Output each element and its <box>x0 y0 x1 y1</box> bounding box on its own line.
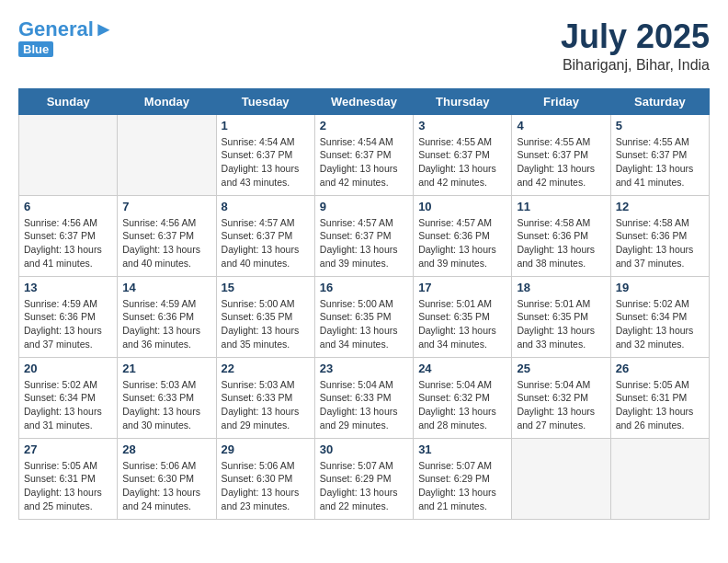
day-cell: 28Sunrise: 5:06 AMSunset: 6:30 PMDayligh… <box>118 438 216 519</box>
col-header-friday: Friday <box>512 88 610 114</box>
day-cell: 27Sunrise: 5:05 AMSunset: 6:31 PMDayligh… <box>19 438 118 519</box>
day-number: 24 <box>418 362 506 375</box>
day-info: Sunrise: 5:04 AMSunset: 6:32 PMDaylight:… <box>517 378 605 432</box>
day-number: 30 <box>320 442 408 456</box>
day-info: Sunrise: 4:57 AMSunset: 6:37 PMDaylight:… <box>320 216 408 270</box>
day-cell: 9Sunrise: 4:57 AMSunset: 6:37 PMDaylight… <box>314 195 413 276</box>
day-number: 29 <box>222 442 310 456</box>
day-cell: 25Sunrise: 5:04 AMSunset: 6:32 PMDayligh… <box>512 357 610 438</box>
calendar-table: SundayMondayTuesdayWednesdayThursdayFrid… <box>18 88 710 520</box>
col-header-wednesday: Wednesday <box>314 88 413 114</box>
col-header-monday: Monday <box>118 88 216 114</box>
day-info: Sunrise: 5:04 AMSunset: 6:33 PMDaylight:… <box>320 378 408 432</box>
day-number: 16 <box>320 281 408 294</box>
day-info: Sunrise: 5:07 AMSunset: 6:29 PMDaylight:… <box>418 459 506 513</box>
day-cell: 16Sunrise: 5:00 AMSunset: 6:35 PMDayligh… <box>314 276 413 357</box>
day-number: 6 <box>24 200 112 213</box>
day-info: Sunrise: 4:55 AMSunset: 6:37 PMDaylight:… <box>616 135 704 190</box>
day-number: 26 <box>616 362 704 375</box>
week-row-3: 13Sunrise: 4:59 AMSunset: 6:36 PMDayligh… <box>19 276 710 357</box>
day-cell: 22Sunrise: 5:03 AMSunset: 6:33 PMDayligh… <box>216 357 314 438</box>
day-info: Sunrise: 5:01 AMSunset: 6:35 PMDaylight:… <box>517 297 605 351</box>
logo: General► Blue <box>18 18 114 57</box>
day-cell <box>512 438 610 519</box>
day-number: 31 <box>418 442 506 456</box>
day-info: Sunrise: 4:57 AMSunset: 6:37 PMDaylight:… <box>222 216 310 270</box>
day-info: Sunrise: 5:07 AMSunset: 6:29 PMDaylight:… <box>320 459 408 513</box>
day-cell: 6Sunrise: 4:56 AMSunset: 6:37 PMDaylight… <box>19 195 118 276</box>
day-number: 4 <box>517 119 605 132</box>
day-cell: 2Sunrise: 4:54 AMSunset: 6:37 PMDaylight… <box>314 114 413 195</box>
page-header: General► Blue July 2025 Bihariganj, Biha… <box>18 18 710 74</box>
day-info: Sunrise: 5:01 AMSunset: 6:35 PMDaylight:… <box>418 297 506 351</box>
day-number: 28 <box>122 442 210 456</box>
day-info: Sunrise: 5:05 AMSunset: 6:31 PMDaylight:… <box>24 459 112 513</box>
col-header-thursday: Thursday <box>414 88 512 114</box>
col-header-sunday: Sunday <box>19 88 118 114</box>
day-cell: 31Sunrise: 5:07 AMSunset: 6:29 PMDayligh… <box>414 438 512 519</box>
day-cell <box>118 114 216 195</box>
day-cell: 23Sunrise: 5:04 AMSunset: 6:33 PMDayligh… <box>314 357 413 438</box>
logo-blue-text: ► <box>94 17 114 40</box>
day-number: 18 <box>517 281 605 294</box>
day-info: Sunrise: 4:56 AMSunset: 6:37 PMDaylight:… <box>122 216 210 270</box>
day-cell <box>610 438 709 519</box>
day-number: 20 <box>24 362 112 375</box>
day-number: 21 <box>122 362 210 375</box>
day-cell: 4Sunrise: 4:55 AMSunset: 6:37 PMDaylight… <box>512 114 610 195</box>
week-row-5: 27Sunrise: 5:05 AMSunset: 6:31 PMDayligh… <box>19 438 710 519</box>
day-number: 27 <box>24 442 112 456</box>
day-info: Sunrise: 5:03 AMSunset: 6:33 PMDaylight:… <box>122 378 210 432</box>
day-cell: 26Sunrise: 5:05 AMSunset: 6:31 PMDayligh… <box>610 357 709 438</box>
day-info: Sunrise: 5:06 AMSunset: 6:30 PMDaylight:… <box>222 459 310 513</box>
day-info: Sunrise: 4:57 AMSunset: 6:36 PMDaylight:… <box>418 216 506 270</box>
day-number: 8 <box>222 200 310 213</box>
logo-text: General► <box>18 18 114 40</box>
day-cell: 29Sunrise: 5:06 AMSunset: 6:30 PMDayligh… <box>216 438 314 519</box>
week-row-4: 20Sunrise: 5:02 AMSunset: 6:34 PMDayligh… <box>19 357 710 438</box>
week-row-2: 6Sunrise: 4:56 AMSunset: 6:37 PMDaylight… <box>19 195 710 276</box>
day-info: Sunrise: 5:00 AMSunset: 6:35 PMDaylight:… <box>222 297 310 351</box>
title-block: July 2025 Bihariganj, Bihar, India <box>561 18 710 74</box>
day-info: Sunrise: 4:54 AMSunset: 6:37 PMDaylight:… <box>320 135 408 190</box>
day-number: 12 <box>616 200 704 213</box>
day-info: Sunrise: 4:58 AMSunset: 6:36 PMDaylight:… <box>517 216 605 270</box>
day-cell: 8Sunrise: 4:57 AMSunset: 6:37 PMDaylight… <box>216 195 314 276</box>
week-row-1: 1Sunrise: 4:54 AMSunset: 6:37 PMDaylight… <box>19 114 710 195</box>
day-cell: 5Sunrise: 4:55 AMSunset: 6:37 PMDaylight… <box>610 114 709 195</box>
day-cell: 30Sunrise: 5:07 AMSunset: 6:29 PMDayligh… <box>314 438 413 519</box>
location: Bihariganj, Bihar, India <box>561 57 710 74</box>
day-info: Sunrise: 4:59 AMSunset: 6:36 PMDaylight:… <box>122 297 210 351</box>
calendar-header-row: SundayMondayTuesdayWednesdayThursdayFrid… <box>19 88 710 114</box>
col-header-saturday: Saturday <box>610 88 709 114</box>
day-cell: 7Sunrise: 4:56 AMSunset: 6:37 PMDaylight… <box>118 195 216 276</box>
day-info: Sunrise: 5:02 AMSunset: 6:34 PMDaylight:… <box>616 297 704 351</box>
day-info: Sunrise: 4:56 AMSunset: 6:37 PMDaylight:… <box>24 216 112 270</box>
day-info: Sunrise: 5:02 AMSunset: 6:34 PMDaylight:… <box>24 378 112 432</box>
day-number: 25 <box>517 362 605 375</box>
day-info: Sunrise: 4:55 AMSunset: 6:37 PMDaylight:… <box>517 135 605 190</box>
day-cell: 1Sunrise: 4:54 AMSunset: 6:37 PMDaylight… <box>216 114 314 195</box>
day-info: Sunrise: 4:59 AMSunset: 6:36 PMDaylight:… <box>24 297 112 351</box>
day-info: Sunrise: 4:54 AMSunset: 6:37 PMDaylight:… <box>222 135 310 190</box>
logo-blue-badge: Blue <box>18 41 53 57</box>
day-info: Sunrise: 4:55 AMSunset: 6:37 PMDaylight:… <box>418 135 506 190</box>
day-info: Sunrise: 5:06 AMSunset: 6:30 PMDaylight:… <box>122 459 210 513</box>
day-number: 5 <box>616 119 704 132</box>
day-number: 9 <box>320 200 408 213</box>
day-info: Sunrise: 5:03 AMSunset: 6:33 PMDaylight:… <box>222 378 310 432</box>
month-year: July 2025 <box>561 18 710 55</box>
day-number: 13 <box>24 281 112 294</box>
day-number: 3 <box>418 119 506 132</box>
day-cell: 13Sunrise: 4:59 AMSunset: 6:36 PMDayligh… <box>19 276 118 357</box>
day-number: 1 <box>222 119 310 132</box>
day-number: 10 <box>418 200 506 213</box>
day-number: 15 <box>222 281 310 294</box>
day-info: Sunrise: 4:58 AMSunset: 6:36 PMDaylight:… <box>616 216 704 270</box>
day-number: 14 <box>122 281 210 294</box>
day-number: 11 <box>517 200 605 213</box>
day-number: 17 <box>418 281 506 294</box>
day-info: Sunrise: 5:04 AMSunset: 6:32 PMDaylight:… <box>418 378 506 432</box>
day-cell: 11Sunrise: 4:58 AMSunset: 6:36 PMDayligh… <box>512 195 610 276</box>
day-cell: 21Sunrise: 5:03 AMSunset: 6:33 PMDayligh… <box>118 357 216 438</box>
